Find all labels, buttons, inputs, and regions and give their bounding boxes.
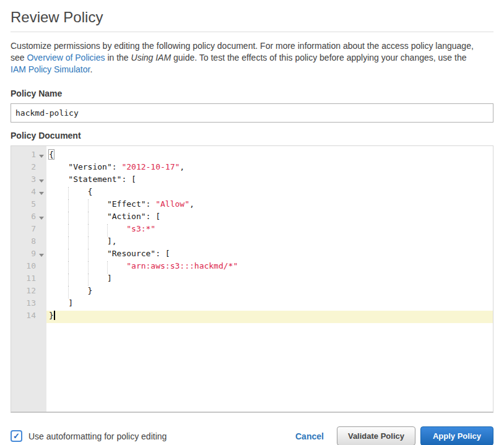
code-line[interactable]: { [46, 187, 493, 199]
intro-line2-mid1: in the [105, 53, 131, 63]
gutter-line-number: 7 [11, 224, 46, 236]
iam-policy-simulator-link[interactable]: IAM Policy Simulator [11, 64, 90, 74]
gutter-line-number: 13 [11, 298, 46, 311]
gutter-line-number: 2 [11, 162, 46, 175]
indent-guide [88, 274, 89, 286]
indent-guide [88, 261, 89, 274]
autoformat-label: Use autoformatting for policy editing [28, 431, 167, 441]
intro-text: Customize permissions by editing the fol… [11, 40, 493, 76]
indent-guide [68, 286, 69, 298]
indent-guide [107, 224, 108, 236]
action-buttons: Cancel Validate Policy Apply Policy [295, 426, 493, 445]
indent-guide [68, 212, 69, 224]
title-divider [11, 32, 493, 32]
indent-guide [68, 224, 69, 236]
intro-line1: Customize permissions by editing the fol… [11, 41, 474, 51]
editor-gutter: 1234567891011121314 [11, 146, 46, 412]
gutter-line-number: 3 [11, 175, 46, 187]
validate-policy-button[interactable]: Validate Policy [337, 426, 415, 445]
review-policy-page: Review Policy Customize permissions by e… [0, 9, 504, 445]
fold-arrow-icon[interactable] [39, 192, 44, 195]
indent-guide [88, 249, 89, 261]
code-line[interactable]: "s3:*" [46, 224, 493, 236]
indent-guide [68, 261, 69, 274]
intro-line2-pre: see [11, 53, 27, 63]
code-line[interactable]: ] [46, 274, 493, 286]
code-line[interactable]: "Version": "2012-10-17", [46, 162, 493, 175]
gutter-line-number: 4 [11, 187, 46, 199]
policy-name-label: Policy Name [11, 89, 493, 98]
intro-line2-mid2: guide. To test the effects of this polic… [171, 53, 466, 63]
indent-guide [88, 199, 89, 212]
apply-policy-button[interactable]: Apply Policy [420, 426, 493, 445]
indent-guide [68, 249, 69, 261]
overview-of-policies-link[interactable]: Overview of Policies [27, 53, 105, 63]
code-line[interactable]: ] [46, 298, 493, 311]
indent-guide [107, 261, 108, 274]
gutter-line-number: 6 [11, 212, 46, 224]
autoformat-checkbox[interactable]: ✓ [11, 430, 22, 442]
page-title: Review Policy [11, 9, 493, 26]
cancel-link[interactable]: Cancel [295, 431, 324, 441]
fold-arrow-icon[interactable] [39, 254, 44, 257]
indent-guide [88, 236, 89, 249]
policy-name-input[interactable] [11, 103, 493, 123]
indent-guide [68, 187, 69, 199]
code-line[interactable]: "Statement": [ [46, 175, 493, 187]
autoformat-checkbox-row[interactable]: ✓ Use autoformatting for policy editing [11, 430, 167, 442]
code-line[interactable]: "Resource": [ [46, 249, 493, 261]
gutter-line-number: 8 [11, 236, 46, 249]
fold-arrow-icon[interactable] [39, 179, 44, 183]
text-cursor [54, 311, 55, 320]
indent-guide [88, 212, 89, 224]
code-line[interactable]: "arn:aws:s3:::hackmd/*" [46, 261, 493, 274]
code-line[interactable]: ], [46, 236, 493, 249]
code-line[interactable]: { [46, 150, 493, 162]
gutter-line-number: 5 [11, 199, 46, 212]
indent-guide [68, 236, 69, 249]
using-iam-guide-name: Using IAM [131, 53, 172, 63]
fold-arrow-icon[interactable] [39, 155, 44, 158]
gutter-line-number: 12 [11, 286, 46, 298]
gutter-line-number: 10 [11, 261, 46, 274]
intro-period: . [90, 64, 92, 74]
code-line[interactable]: "Action": [ [46, 212, 493, 224]
code-line[interactable]: "Effect": "Allow", [46, 199, 493, 212]
gutter-line-number: 9 [11, 249, 46, 261]
editor-code[interactable]: { "Version": "2012-10-17", "Statement": … [46, 146, 493, 412]
gutter-line-number: 14 [11, 311, 46, 323]
policy-document-label: Policy Document [11, 131, 493, 140]
indent-guide [68, 199, 69, 212]
checkmark-icon: ✓ [13, 432, 20, 440]
fold-arrow-icon[interactable] [39, 217, 44, 220]
code-line[interactable]: } [46, 311, 493, 323]
gutter-line-number: 11 [11, 274, 46, 286]
indent-guide [88, 224, 89, 236]
indent-guide [68, 274, 69, 286]
policy-document-editor[interactable]: 1234567891011121314 { "Version": "2012-1… [11, 145, 493, 413]
code-line[interactable]: } [46, 286, 493, 298]
footer-bar: ✓ Use autoformatting for policy editing … [11, 426, 493, 445]
gutter-line-number: 1 [11, 150, 46, 162]
